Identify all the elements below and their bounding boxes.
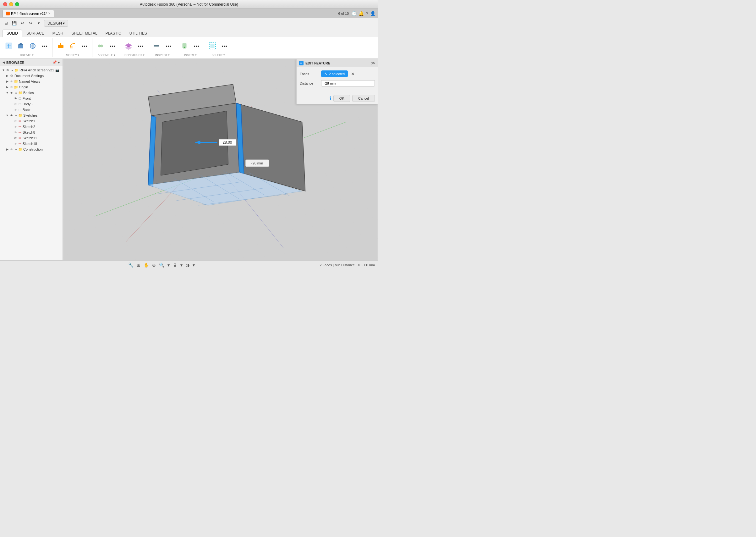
tree-item-root[interactable]: ▼ 👁 ● 📁 RPi4 4inch screen v21 📷: [0, 67, 62, 73]
clock-icon[interactable]: 🕐: [351, 11, 357, 16]
faces-clear-button[interactable]: ✕: [350, 71, 356, 76]
tree-item-sketch8[interactable]: ▶ 👁 ✏ Sketch8: [0, 130, 62, 135]
settings-icon: ⚙: [10, 73, 14, 78]
toggle-sketches[interactable]: ▼: [5, 113, 10, 118]
create-extrude-btn[interactable]: [15, 41, 26, 51]
edit-feature-actions: ℹ OK Cancel: [297, 93, 378, 104]
zoom-button[interactable]: 🔍: [159, 263, 164, 268]
vis-back[interactable]: 👁: [13, 107, 18, 112]
select-btn[interactable]: [207, 41, 218, 51]
insert-btn[interactable]: [179, 41, 190, 51]
cancel-button[interactable]: Cancel: [352, 95, 375, 102]
vis-front[interactable]: 👁: [13, 96, 18, 101]
tree-item-back[interactable]: ▶ 👁 □ Back: [0, 107, 62, 112]
close-button[interactable]: [3, 2, 7, 6]
toggle-origin[interactable]: ▶: [5, 85, 10, 89]
create-new-component-btn[interactable]: [3, 41, 15, 51]
visual-style-dropdown[interactable]: ▾: [193, 263, 195, 268]
tab-solid[interactable]: SOLID: [3, 29, 22, 37]
tree-item-doc-settings[interactable]: ▶ ⚙ Document Settings: [0, 73, 62, 79]
assemble-more-btn[interactable]: ●●●: [107, 41, 118, 51]
create-revolve-btn[interactable]: [27, 41, 38, 51]
tree-item-front[interactable]: ▶ 👁 □ Front: [0, 96, 62, 101]
tab-mesh[interactable]: MESH: [49, 30, 67, 37]
vis-sketch2[interactable]: 👁: [13, 125, 18, 129]
browser-collapse-icon[interactable]: ▸: [58, 61, 60, 64]
inspect-more-btn[interactable]: ●●●: [163, 41, 174, 51]
help-icon[interactable]: ?: [366, 11, 368, 16]
toggle-root[interactable]: ▼: [1, 68, 6, 72]
info-icon[interactable]: ℹ: [330, 96, 331, 101]
vis-sketch1[interactable]: 👁: [13, 119, 18, 123]
browser-back-icon[interactable]: ◀: [3, 61, 5, 64]
pan-button[interactable]: ✋: [144, 263, 149, 268]
browser-pin-icon[interactable]: 📌: [53, 61, 57, 64]
insert-label: INSERT ▾: [184, 54, 197, 57]
minimize-button[interactable]: [9, 2, 13, 6]
toggle-doc-settings[interactable]: ▶: [5, 73, 10, 78]
viewport[interactable]: 28.00 -28 mm ⋮ TOP RIGHT FRONT: [63, 59, 378, 260]
tree-item-bodies[interactable]: ▼ 👁 ● 📁 Bodies: [0, 90, 62, 96]
vis-sketches[interactable]: 👁: [10, 113, 14, 118]
bell-icon[interactable]: 🔔: [359, 11, 364, 16]
tab-surface[interactable]: SURFACE: [22, 30, 48, 37]
maximize-button[interactable]: [15, 2, 19, 6]
tree-item-sketch2[interactable]: ▶ 👁 ✏ Sketch2: [0, 124, 62, 130]
construct-offset-plane-btn[interactable]: [123, 41, 134, 51]
design-workspace-button[interactable]: DESIGN ▾: [44, 20, 68, 27]
vis-sketch18[interactable]: 👁: [13, 142, 18, 146]
main-toolbar: ⊞ 💾 ↩ ↪ ▾ DESIGN ▾ SOLID SURFACE MESH SH…: [0, 18, 378, 59]
create-more-btn[interactable]: ●●●: [39, 41, 50, 51]
tree-item-sketch1[interactable]: ▶ 👁 ✏ Sketch1: [0, 118, 62, 124]
ribbon-group-assemble: ●●● ASSEMBLE ▾: [93, 38, 120, 57]
fit-view-button[interactable]: ⊕: [152, 263, 156, 268]
tab-sheet-metal[interactable]: SHEET METAL: [67, 30, 101, 37]
tab-close-button[interactable]: ✕: [48, 12, 51, 15]
vis-sketch8[interactable]: 👁: [13, 130, 18, 135]
modify-more-btn[interactable]: ●●●: [79, 41, 90, 51]
insert-more-btn[interactable]: ●●●: [191, 41, 202, 51]
tree-item-construction[interactable]: ▶ 👁 ● 📁 Construction: [0, 146, 62, 152]
tab-utilities[interactable]: UTILITIES: [126, 30, 151, 37]
construct-more-btn[interactable]: ●●●: [135, 41, 146, 51]
visual-style-button[interactable]: ◑: [186, 263, 189, 268]
modify-fillet-btn[interactable]: [67, 41, 78, 51]
vis-origin[interactable]: 👁: [10, 85, 14, 89]
inspect-measure-btn[interactable]: [151, 41, 162, 51]
tree-item-body5[interactable]: ▶ 👁 □ Body5: [0, 101, 62, 107]
modify-press-pull-btn[interactable]: [55, 41, 66, 51]
redo-button[interactable]: ↪: [27, 20, 34, 27]
select-more-btn[interactable]: ●●●: [219, 41, 230, 51]
vis-body5[interactable]: 👁: [13, 102, 18, 106]
tree-item-sketches[interactable]: ▼ 👁 ● 📁 Sketches: [0, 112, 62, 118]
vis-root[interactable]: 👁: [6, 68, 10, 72]
tree-item-origin[interactable]: ▶ 👁 📁 Origin: [0, 84, 62, 90]
tab-plastic[interactable]: PLASTIC: [102, 30, 125, 37]
assemble-joint-btn[interactable]: [95, 41, 106, 51]
toggle-construction[interactable]: ▶: [5, 147, 10, 151]
undo-dropdown[interactable]: ▾: [35, 20, 42, 27]
edit-feature-expand-button[interactable]: ≫: [371, 61, 375, 65]
tree-item-sketch11[interactable]: ▶ 👁 ✏ Sketch11: [0, 135, 62, 141]
vis-construction[interactable]: 👁: [10, 147, 14, 151]
distance-input[interactable]: [321, 80, 375, 86]
vis-bodies[interactable]: 👁: [10, 91, 14, 95]
faces-selected-button[interactable]: ↖ 2 selected: [321, 70, 348, 77]
tree-item-named-views[interactable]: ▶ 👁 📁 Named Views: [0, 79, 62, 84]
snap-button[interactable]: 🔧: [128, 263, 133, 268]
undo-button[interactable]: ↩: [19, 20, 26, 27]
grid-button[interactable]: ⊞: [137, 263, 140, 268]
user-icon[interactable]: 👤: [370, 11, 375, 16]
zoom-dropdown[interactable]: ▾: [168, 263, 170, 268]
toggle-named-views[interactable]: ▶: [5, 79, 10, 84]
toggle-bodies[interactable]: ▼: [5, 91, 10, 95]
grid-menu-button[interactable]: ⊞: [3, 20, 10, 27]
tree-item-sketch18[interactable]: ▶ 👁 ✏ Sketch18: [0, 141, 62, 146]
display-button[interactable]: 🖥: [173, 263, 177, 268]
vis-named-views[interactable]: 👁: [10, 79, 14, 84]
save-button[interactable]: 💾: [11, 20, 18, 27]
ok-button[interactable]: OK: [333, 95, 350, 102]
vis-sketch11[interactable]: 👁: [13, 136, 18, 140]
display-dropdown[interactable]: ▾: [180, 263, 183, 268]
active-tab[interactable]: RPi4 4inch screen v21* ✕: [3, 10, 54, 17]
